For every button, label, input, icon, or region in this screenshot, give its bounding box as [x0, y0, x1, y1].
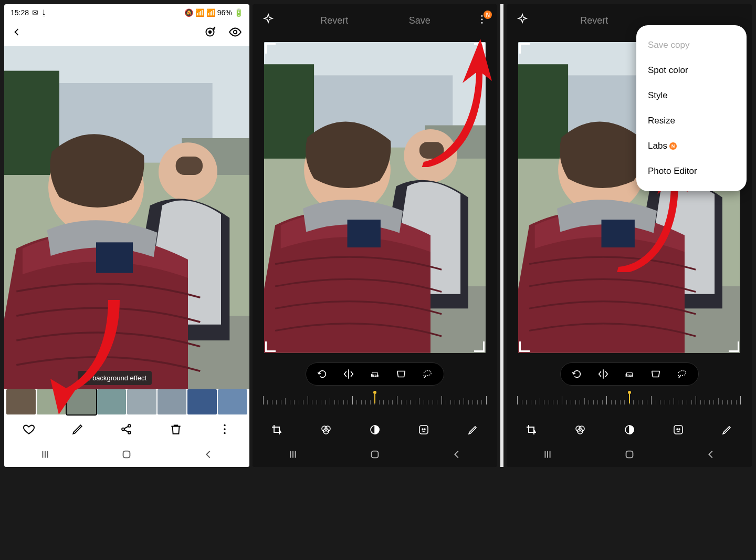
favorite-button[interactable] [22, 422, 36, 436]
nav-home[interactable] [121, 449, 132, 462]
rotate-icon[interactable] [317, 368, 328, 380]
status-time: 15:28 [10, 8, 29, 17]
revert-button[interactable]: Revert [580, 15, 608, 26]
delete-button[interactable] [169, 422, 183, 436]
tab-tone[interactable] [368, 423, 382, 437]
nav-home[interactable] [624, 449, 635, 462]
thumbnail-strip[interactable] [4, 389, 249, 414]
overflow-menu: Save copy Spot color Style Resize Labs N… [636, 25, 747, 191]
nav-home[interactable] [369, 449, 381, 462]
flip-icon[interactable] [343, 368, 354, 380]
ruler-marker [373, 391, 376, 394]
nav-back[interactable] [203, 449, 214, 462]
nav-bar [253, 444, 498, 467]
svg-rect-29 [626, 451, 633, 458]
aspect-free-icon[interactable]: Free [369, 368, 381, 380]
perspective-icon[interactable] [395, 368, 407, 380]
aspect-free-icon[interactable]: Free [624, 368, 635, 380]
new-badge: N [484, 11, 492, 19]
tab-crop[interactable] [524, 423, 538, 437]
background-effect-tooltip: ge background effect [78, 371, 152, 385]
panel-divider [500, 4, 503, 467]
tab-draw[interactable] [466, 423, 480, 437]
editor-more-button[interactable]: N [476, 14, 488, 27]
editor-top-bar: Revert Save N [253, 4, 498, 37]
rotation-ruler[interactable] [263, 393, 487, 408]
svg-rect-28 [372, 451, 379, 458]
crop-tool-pill: Free [560, 362, 699, 386]
svg-rect-27 [123, 451, 130, 458]
perspective-icon[interactable] [650, 368, 662, 380]
nav-bar [4, 444, 249, 467]
menu-photo-editor[interactable]: Photo Editor [636, 159, 747, 184]
tab-stickers[interactable] [417, 423, 430, 437]
status-bar: 15:28 ✉⭳ 🔕📶📶 96%🔋 [4, 4, 249, 20]
new-badge: N [669, 142, 677, 150]
back-button[interactable] [12, 26, 22, 40]
rotate-icon[interactable] [571, 368, 583, 380]
edit-button[interactable] [71, 422, 85, 436]
flip-icon[interactable] [597, 368, 609, 380]
lasso-icon[interactable] [422, 368, 433, 380]
nav-recents[interactable] [39, 449, 51, 462]
crop-tool-pill: Free [306, 362, 444, 386]
gallery-actions [4, 414, 249, 444]
status-icons: 🔕📶📶 96%🔋 [184, 8, 243, 17]
status-battery: 96% [217, 8, 232, 17]
share-button[interactable] [120, 422, 133, 436]
menu-labs[interactable]: Labs N [636, 133, 747, 159]
tab-crop[interactable] [270, 423, 284, 437]
nav-recents[interactable] [287, 449, 299, 462]
editor-tabs [253, 416, 498, 444]
tab-filters[interactable] [319, 423, 333, 437]
gallery-top-bar [4, 20, 249, 46]
rotation-ruler[interactable] [517, 393, 741, 408]
tab-stickers[interactable] [671, 423, 685, 437]
auto-enhance-icon[interactable] [516, 13, 529, 28]
remaster-icon[interactable] [203, 25, 217, 41]
save-button[interactable]: Save [409, 15, 430, 26]
auto-enhance-icon[interactable] [262, 13, 275, 28]
nav-bar [507, 444, 752, 467]
panel-editor-menu: Revert Save copy Spot color Style Resize… [507, 4, 752, 467]
more-button[interactable] [218, 422, 232, 436]
tab-draw[interactable] [720, 423, 734, 437]
menu-save-copy[interactable]: Save copy [636, 33, 747, 58]
photo-viewer[interactable]: ge background effect [4, 46, 249, 389]
editor-tabs [507, 416, 752, 444]
menu-resize[interactable]: Resize [636, 108, 747, 133]
menu-spot-color[interactable]: Spot color [636, 58, 747, 83]
tab-tone[interactable] [623, 423, 636, 437]
menu-style[interactable]: Style [636, 83, 747, 108]
panel-editor: Revert Save N Free [253, 4, 498, 467]
nav-recents[interactable] [542, 449, 553, 462]
revert-button[interactable]: Revert [320, 15, 348, 26]
panel-gallery: 15:28 ✉⭳ 🔕📶📶 96%🔋 ge background effect [4, 4, 249, 467]
lasso-icon[interactable] [676, 368, 688, 380]
ruler-marker [628, 391, 631, 394]
bixby-vision-icon[interactable] [228, 25, 242, 41]
nav-back[interactable] [705, 449, 717, 462]
tab-filters[interactable] [573, 423, 587, 437]
editor-canvas[interactable] [264, 42, 486, 353]
nav-back[interactable] [451, 449, 463, 462]
